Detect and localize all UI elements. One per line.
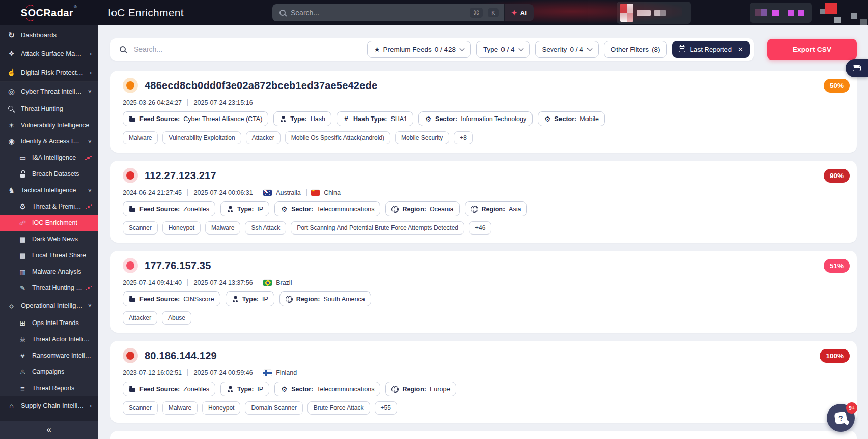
global-search-input[interactable]: Search... ⌘ K (272, 4, 504, 21)
tag-pill[interactable]: Honeypot (162, 221, 201, 235)
attribute-badge: Type: IP (220, 201, 269, 216)
sidebar-item[interactable]: Tactical Intelligence ˅ (0, 182, 98, 198)
sidebar-item[interactable]: Vulnerability Intelligence (0, 117, 98, 133)
tag-pill[interactable]: Domain Scanner (245, 401, 302, 415)
tag-pill[interactable]: Attacker (246, 131, 281, 144)
countries: Finland (259, 369, 297, 376)
redacted-region (617, 2, 691, 24)
sidebar-item[interactable]: Ops Intel Trends (0, 315, 98, 331)
chevron-icon: › (90, 69, 92, 76)
redacted-pixels (620, 4, 633, 22)
sidebar-item[interactable]: I&A Intelligence (0, 150, 98, 166)
sidebar-item[interactable]: Threat Actor Intelligence (0, 331, 98, 347)
side-panel-tab[interactable] (846, 59, 868, 77)
sidebar-item-label: Identity & Access Intelligence (21, 138, 82, 145)
redacted-region (750, 3, 812, 23)
export-csv-button[interactable]: Export CSV (767, 39, 857, 60)
sidebar-item[interactable]: Supply Chain Intelligence › (0, 396, 98, 415)
filter-dropdown[interactable]: Type 0 / 4 (476, 41, 530, 58)
country-flag-icon (263, 280, 272, 286)
tag-pill[interactable]: Malware (205, 221, 240, 235)
tag-pill[interactable]: Abuse (162, 311, 191, 325)
tag-pill[interactable]: Mobile Security (395, 131, 449, 144)
separator (259, 369, 260, 376)
badge-icon (281, 206, 288, 213)
help-button[interactable]: ? 9+ (827, 404, 855, 432)
sidebar-item[interactable]: Malware Analysis (0, 264, 98, 280)
sidebar-item-label: Breach Datasets (32, 170, 79, 178)
sidebar-item[interactable]: Local Threat Share (0, 247, 98, 264)
chevron-icon: ˅ (88, 138, 92, 145)
first-seen-timestamp: 2025-03-26 04:24:27 (123, 99, 182, 106)
tag-list: MalwareVulnerability ExploitationAttacke… (123, 131, 845, 144)
badge-value: Zonefiles (183, 206, 209, 213)
tag-pill[interactable]: Malware (162, 401, 198, 415)
badge-label: Type: (237, 386, 254, 393)
ioc-value[interactable]: 80.186.144.129 (145, 350, 217, 362)
filter-dropdown[interactable]: Other Filters (8) (604, 41, 667, 58)
sidebar-item[interactable]: Dashboards (0, 25, 98, 44)
tag-pill[interactable]: Mobile Os Spesific Attack(android) (285, 131, 390, 144)
tag-pill[interactable]: Honeypot (202, 401, 240, 415)
ioc-search-input[interactable]: Search... (134, 45, 162, 53)
country-flag-icon (311, 190, 320, 196)
tag-pill[interactable]: +55 (375, 401, 397, 415)
badge-icon (227, 386, 234, 393)
tag-pill[interactable]: +8 (454, 131, 473, 144)
redacted-pixels (755, 9, 767, 16)
sidebar-item[interactable]: Cyber Threat Intelligence ˅ (0, 82, 98, 101)
ai-assistant-button[interactable]: ✦ AI (504, 4, 534, 21)
ioc-value[interactable]: 112.27.123.217 (145, 170, 216, 182)
country-name: Brazil (276, 279, 292, 286)
tag-pill[interactable]: +46 (469, 221, 491, 235)
sidebar-item-icon (18, 251, 27, 260)
sidebar-item[interactable]: Identity & Access Intelligence ˅ (0, 133, 98, 150)
filter-dropdown[interactable]: Severity 0 / 4 (535, 41, 599, 58)
ioc-card[interactable]: 90% 112.27.123.217 2024-06-24 21:27:45 2… (110, 161, 857, 243)
sidebar-item[interactable]: Campaigns (0, 364, 98, 380)
attribute-badges: Feed Source: Zonefiles Type: IP Sector: … (123, 382, 845, 396)
tag-pill[interactable]: Brute Force Attack (307, 401, 370, 415)
sidebar-item-icon (18, 235, 27, 244)
tag-pill[interactable]: Ssh Attack (245, 221, 286, 235)
ioc-card[interactable]: 51% 177.76.157.35 2025-07-14 09:41:40 20… (110, 251, 857, 333)
tag-pill[interactable]: Port Scanning And Potential Brute Force … (291, 221, 464, 235)
sidebar-item[interactable]: Ransomware Intelligence (0, 347, 98, 364)
sidebar-item[interactable]: Threat Hunting Rules (0, 280, 98, 296)
last-reported-filter[interactable]: Last Reported ✕ (672, 41, 750, 58)
sidebar-item[interactable]: Breach Datasets (0, 166, 98, 182)
collapse-icon: « (46, 425, 51, 435)
socradar-logo[interactable]: SOCRadar® (0, 0, 98, 25)
badge-value: Telecommunications (317, 386, 374, 393)
sidebar-item[interactable]: Threat & Premium Feeds (0, 198, 98, 215)
sidebar-item[interactable]: Attack Surface Management › (0, 44, 98, 63)
badge-label: Region: (402, 386, 426, 393)
badge-label: Type: (237, 206, 254, 213)
sidebar-item[interactable]: Operational Intelligence ˅ (0, 296, 98, 315)
tag-pill[interactable]: Vulnerability Exploitation (162, 131, 241, 144)
attribute-badge: Hash Type: SHA1 (337, 111, 413, 126)
badge-icon (232, 296, 239, 303)
sidebar-item-label: I&A Intelligence (32, 154, 76, 161)
tag-pill[interactable]: Malware (123, 131, 158, 144)
sidebar-item[interactable]: Threat Hunting (0, 101, 98, 117)
sidebar-collapse-button[interactable]: « (0, 421, 98, 439)
ioc-value[interactable]: 177.76.157.35 (145, 260, 211, 272)
ioc-value[interactable]: 486ecd8cb0dd0f3e02a872bceb1ed37ae5e42ede (145, 80, 377, 92)
tag-pill[interactable]: Attacker (123, 311, 157, 325)
logo-radar-icon: O (27, 7, 36, 19)
sidebar-item[interactable]: IOC Enrichment (0, 215, 98, 231)
sidebar-item[interactable]: Threat Reports (0, 380, 98, 396)
sidebar-item[interactable]: Digital Risk Protection › (0, 63, 98, 82)
filter-dropdown[interactable]: ★ Premium Feeds 0 / 428 (367, 41, 471, 58)
redacted-notification-area (819, 0, 846, 25)
ioc-card[interactable]: 50% 486ecd8cb0dd0f3e02a872bceb1ed37ae5e4… (110, 71, 857, 153)
tag-pill[interactable]: Scanner (123, 221, 158, 235)
tag-pill[interactable]: Scanner (123, 401, 158, 415)
ioc-card[interactable]: 100% 80.186.144.129 2023-07-12 16:02:51 … (110, 341, 857, 423)
badge-label: Sector: (291, 386, 313, 393)
sidebar-item[interactable]: Dark Web News (0, 231, 98, 247)
close-icon[interactable]: ✕ (738, 46, 743, 53)
chevron-down-icon (518, 46, 523, 51)
main-content: Search... ★ Premium Feeds 0 / 428 Type 0… (98, 25, 868, 439)
